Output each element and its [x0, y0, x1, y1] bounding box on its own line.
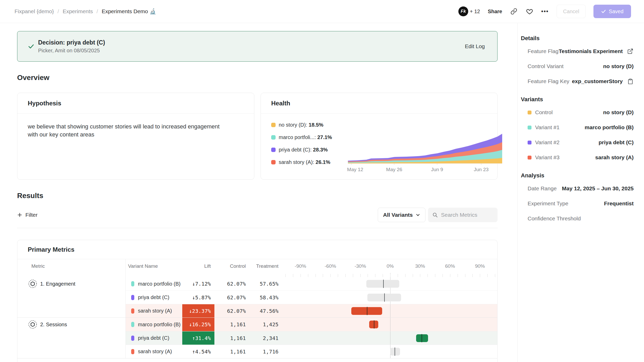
favorite-heart-icon[interactable] — [526, 8, 533, 15]
overview-heading: Overview — [17, 74, 498, 82]
table-row[interactable]: priya debt (C)↓5.87%62.07%58.43% — [126, 291, 498, 304]
external-link-icon[interactable] — [627, 48, 634, 54]
label-text: Feature Flag — [528, 48, 558, 54]
variant-color-chip — [131, 322, 134, 327]
variant-name: priya debt (C) — [138, 294, 169, 300]
sidebar-row-value: Frequentist — [604, 200, 634, 207]
breadcrumb-item[interactable]: Experiments Demo 🔬 — [102, 8, 156, 15]
metric-variant-rows: marco portfolio (B)↓7.12%62.07%57.65%pri… — [126, 277, 498, 317]
legend-label: priya debt (C): 28.3% — [279, 147, 328, 153]
confidence-interval-cell — [285, 331, 498, 345]
sidebar-row: Experiment TypeFrequentist — [528, 196, 634, 211]
table-row[interactable]: marco portfolio (B)↓16.25%1,1611,425 — [126, 318, 498, 331]
axis-minor-tick — [495, 274, 495, 277]
axis-minor-tick — [330, 274, 331, 277]
health-legend-item: no story (D): 18.5% — [271, 120, 348, 129]
breadcrumb-item[interactable]: Fixpanel {demo} — [15, 8, 54, 15]
label-text: Feature Flag Key — [528, 78, 569, 84]
metric-name: 2. Sessions — [40, 322, 67, 328]
variant-name-cell: sarah story (A) — [126, 304, 182, 317]
results-divider — [17, 228, 498, 228]
lift-estimate-marker — [367, 307, 367, 315]
metric-name-cell[interactable]: 1. Engagement — [17, 277, 125, 291]
variant-name: priya debt (C) — [138, 335, 169, 341]
cancel-button[interactable]: Cancel — [557, 5, 586, 18]
saved-button[interactable]: Saved — [593, 5, 631, 18]
metric-column: 2. Sessions — [17, 318, 126, 358]
axis-minor-tick — [487, 274, 488, 277]
decision-banner: Decision: priya debt (C) Picker, Amit on… — [17, 31, 498, 62]
primary-metrics-card: Primary Metrics Metric Variant Name Lift… — [17, 240, 498, 362]
treatment-value: 1,716 — [247, 345, 279, 358]
sidebar-heading-details: Details — [521, 35, 634, 42]
add-filter-button[interactable]: Filter — [17, 212, 38, 218]
sidebar-heading-variants: Variants — [521, 96, 634, 103]
variant-filter-dropdown[interactable]: All Variants — [378, 208, 425, 222]
search-icon — [432, 212, 438, 218]
axis-label: 0% — [387, 263, 394, 269]
avatar[interactable]: Fk — [458, 6, 468, 16]
axis-minor-tick — [390, 274, 390, 277]
label-text: Date Range — [528, 185, 557, 192]
sidebar-row: Confidence Threshold — [528, 211, 634, 226]
sidebar-row-value: no story (D) — [603, 109, 634, 115]
variant-color-chip — [528, 126, 531, 129]
sidebar-row-label: Feature Flag — [528, 48, 558, 54]
health-chart-x-axis: May 12May 26Jun 9Jun 23 — [348, 165, 502, 172]
variant-name: marco portfolio (B) — [138, 281, 181, 287]
search-metrics-input[interactable] — [441, 212, 490, 218]
breadcrumb: Fixpanel {demo}/Experiments/Experiments … — [15, 8, 156, 15]
decision-subtitle: Picker, Amit on 08/05/2025 — [38, 48, 105, 54]
legend-color-chip — [271, 148, 276, 152]
table-header: Metric Variant Name Lift Control Treatme… — [17, 259, 497, 273]
treatment-value: 57.65% — [247, 277, 279, 291]
metric-group: 1. Engagementmarco portfolio (B)↓7.12%62… — [17, 277, 497, 317]
table-row[interactable]: sarah story (A)↓23.37%62.07%47.56% — [126, 304, 498, 317]
sidebar-row-label: Variant #3 — [528, 154, 559, 161]
axis-minor-tick — [360, 274, 361, 277]
metric-name-cell[interactable]: 2. Sessions — [17, 318, 125, 331]
table-row[interactable]: sarah story (A)↑4.54%1,1611,716 — [126, 345, 498, 358]
breadcrumb-separator: / — [58, 8, 59, 15]
sidebar-section-details: DetailsFeature FlagTestimonials Experime… — [520, 35, 634, 89]
label-text: Experiment Type — [528, 200, 568, 207]
axis-minor-tick — [375, 274, 375, 277]
axis-minor-tick — [368, 274, 368, 277]
more-options-button[interactable]: ••• — [541, 8, 549, 15]
health-legend-item: marco portfoli...: 27.1% — [271, 133, 348, 142]
table-row[interactable]: marco portfolio (B)↓7.12%62.07%57.65% — [126, 277, 498, 291]
sidebar-row-label: Confidence Threshold — [528, 215, 581, 222]
clipboard-icon[interactable] — [627, 78, 634, 84]
health-card: Health no story (D): 18.5%marco portfoli… — [261, 93, 498, 180]
sidebar-row-label: Control Variant — [528, 63, 564, 69]
collaborators[interactable]: Fk + 12 — [458, 6, 480, 16]
sidebar-row: Controlno story (D) — [528, 105, 634, 120]
edit-log-button[interactable]: Edit Log — [465, 43, 485, 49]
breadcrumb-item[interactable]: Experiments — [63, 8, 93, 15]
axis-ticks-row — [17, 273, 497, 277]
search-metrics-box[interactable] — [428, 208, 498, 222]
sidebar-row-value: May 12, 2025 – Jun 30, 2025 — [562, 185, 634, 192]
health-x-tick-label: Jun 23 — [474, 167, 489, 172]
confidence-interval-cell — [285, 277, 498, 291]
variant-color-chip — [131, 349, 134, 354]
sidebar-row-value: no story (D) — [603, 63, 634, 69]
axis-minor-tick — [398, 274, 398, 277]
variant-color-chip — [528, 141, 531, 144]
confidence-interval-cell — [285, 318, 498, 331]
table-row[interactable]: priya debt (C)↑31.4%1,1612,341 — [126, 331, 498, 345]
legend-color-chip — [271, 160, 276, 164]
axis-minor-tick — [420, 274, 420, 277]
top-bar: Fixpanel {demo}/Experiments/Experiments … — [0, 0, 644, 23]
axis-label: -30% — [354, 263, 366, 269]
lift-value: ↓16.25% — [182, 318, 214, 331]
share-button[interactable]: Share — [488, 9, 502, 15]
sidebar-heading-analysis: Analysis — [521, 172, 634, 179]
sidebar-row-value: marco portfolio (B) — [585, 124, 634, 131]
lift-estimate-marker — [422, 334, 422, 342]
sidebar-row: Feature FlagTestimonials Experiment — [528, 44, 634, 59]
copy-link-icon[interactable] — [510, 8, 518, 15]
lift-value: ↑4.54% — [182, 345, 214, 358]
axis-minor-tick — [413, 274, 413, 277]
axis-minor-tick — [428, 274, 428, 277]
